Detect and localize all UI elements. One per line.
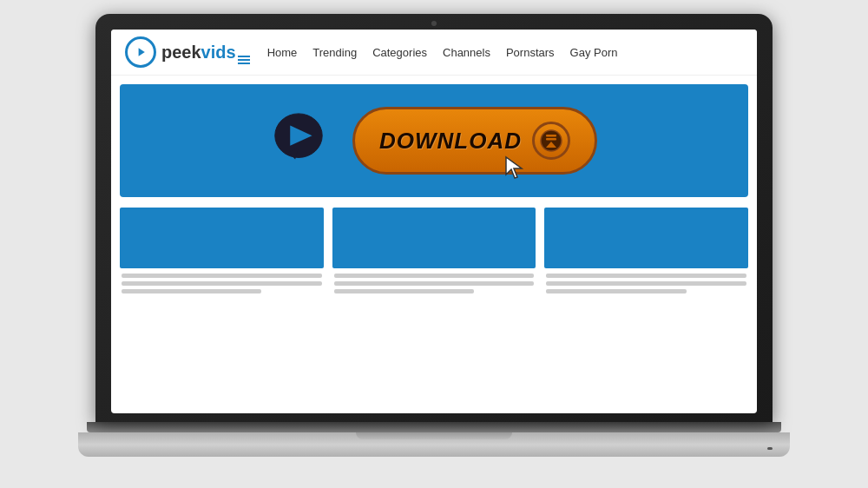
cards-grid: [120, 208, 748, 293]
laptop-hinge: [87, 422, 781, 432]
card-2-thumbnail: [332, 208, 536, 268]
screen: peekvids Home Trending Categories Channe…: [111, 30, 757, 413]
card-3-thumbnail: [544, 208, 748, 268]
banner-logo: [271, 110, 326, 171]
card-3-lines: [544, 274, 748, 293]
nav-item-home[interactable]: Home: [267, 44, 298, 60]
screen-bezel: peekvids Home Trending Categories Channe…: [95, 14, 773, 422]
laptop-container: peekvids Home Trending Categories Channe…: [78, 14, 790, 474]
camera-dot: [431, 21, 437, 26]
laptop-base: [78, 432, 790, 457]
logo-icon: [125, 36, 156, 68]
card-1-lines: [120, 274, 324, 293]
logo-text: peekvids: [161, 43, 236, 63]
card-2-lines: [332, 274, 536, 293]
card-3: [544, 208, 748, 293]
svg-point-4: [541, 130, 562, 151]
nav-item-pornstars[interactable]: Pornstars: [506, 44, 555, 60]
download-label: DOWNLOAD: [379, 128, 522, 155]
card-1: [120, 208, 324, 293]
download-button[interactable]: DOWNLOAD: [352, 107, 597, 175]
site-header: peekvids Home Trending Categories Channe…: [111, 30, 757, 76]
main-content: DOWNLOAD: [111, 76, 757, 302]
svg-marker-8: [506, 157, 522, 178]
cursor-icon: [504, 155, 525, 184]
nav-item-trending[interactable]: Trending: [312, 44, 357, 60]
nav-links: Home Trending Categories Channels Pornst…: [267, 44, 618, 60]
download-arrow-icon: [532, 122, 570, 160]
logo-lines-icon: [238, 56, 250, 64]
nav-item-gay-porn[interactable]: Gay Porn: [570, 44, 618, 60]
svg-rect-5: [546, 135, 556, 137]
power-led: [767, 447, 773, 450]
laptop-notch: [356, 432, 512, 439]
card-2: [332, 208, 536, 293]
nav-item-categories[interactable]: Categories: [372, 44, 427, 60]
card-1-thumbnail: [120, 208, 324, 268]
svg-marker-0: [139, 48, 145, 56]
nav-item-channels[interactable]: Channels: [443, 44, 490, 60]
logo-area: peekvids: [125, 36, 250, 68]
banner: DOWNLOAD: [120, 84, 748, 197]
svg-rect-6: [546, 138, 556, 141]
